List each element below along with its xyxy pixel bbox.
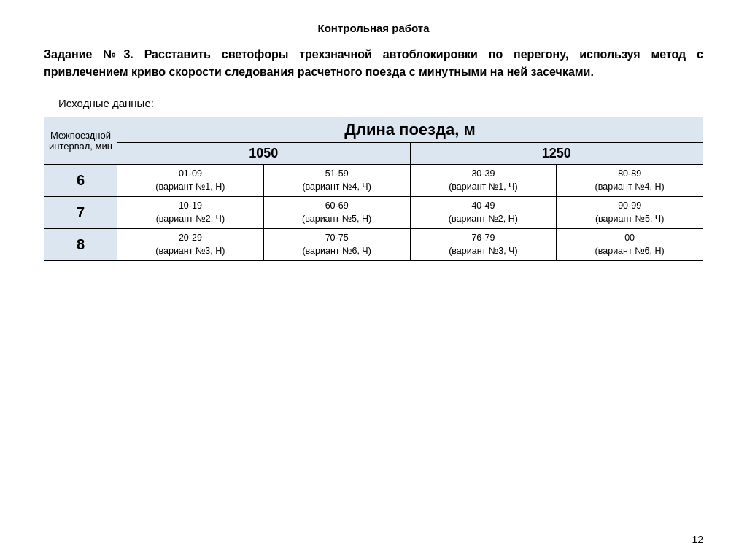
header-train-length: Длина поезда, м (117, 117, 703, 143)
interval-value-2: 8 (44, 229, 117, 261)
page-number: 12 (692, 534, 703, 545)
table-cell-1-1: 60-69(вариант №5, Н) (263, 197, 410, 229)
table-cell-0-1: 51-59(вариант №4, Ч) (263, 165, 410, 197)
table-cell-2-2: 76-79(вариант №3, Ч) (410, 229, 557, 261)
table-cell-2-0: 20-29(вариант №3, Н) (117, 229, 264, 261)
header-interval: Межпоездной интервал, мин (44, 117, 117, 165)
table-cell-1-0: 10-19(вариант №2, Ч) (117, 197, 264, 229)
interval-value-1: 7 (44, 197, 117, 229)
task-description: Задание №3. Расставить светофоры трехзна… (44, 46, 703, 81)
interval-value-0: 6 (44, 165, 117, 197)
table-cell-1-2: 40-49(вариант №2, Н) (410, 197, 557, 229)
header-1050: 1050 (117, 143, 411, 165)
table-cell-0-0: 01-09(вариант №1, Н) (117, 165, 264, 197)
main-table: Межпоездной интервал, мин Длина поезда, … (44, 117, 703, 261)
page-title: Контрольная работа (44, 22, 703, 34)
table-cell-2-3: 00(вариант №6, Н) (557, 229, 703, 261)
page: Контрольная работа Задание №3. Расставит… (0, 0, 747, 560)
table-cell-0-2: 30-39(вариант №1, Ч) (410, 165, 557, 197)
table-cell-2-1: 70-75(вариант №6, Ч) (263, 229, 410, 261)
table-cell-1-3: 90-99(вариант №5, Ч) (557, 197, 703, 229)
table-cell-0-3: 80-89(вариант №4, Н) (557, 165, 703, 197)
header-1250: 1250 (410, 143, 703, 165)
source-data-label: Исходные данные: (58, 97, 703, 109)
